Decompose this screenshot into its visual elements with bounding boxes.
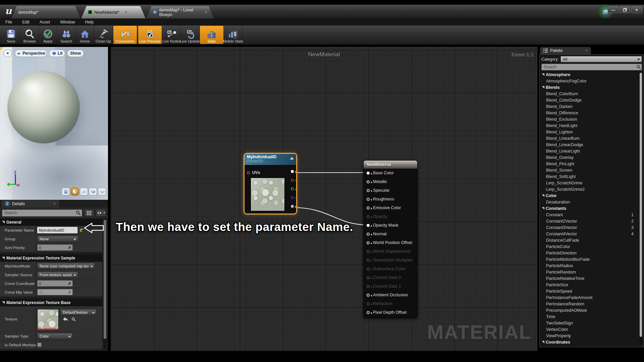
collapse-node-icon[interactable] [290,157,294,160]
pin-circle[interactable] [367,311,370,314]
pin-circle[interactable] [367,267,370,270]
palette-item[interactable]: DistanceCullFade [540,237,637,243]
material-input-pin[interactable]: Subsurface Color [364,264,417,273]
display-filter-button[interactable] [96,209,106,217]
stats-button[interactable]: Stats [200,26,223,44]
palette-item[interactable]: 1Dto2DIndex [540,345,637,347]
palette-item[interactable]: PrecomputedAOMask [540,307,637,313]
tab-level-blueprint[interactable]: demoMap* - Level Bluepri × [146,6,214,18]
material-input-pin[interactable]: Opacity Mask [364,221,417,230]
palette-item[interactable]: Constant 1 [540,212,637,218]
palette-item[interactable]: Blend_HardLight [540,122,637,129]
material-input-pin[interactable]: Emissive Color [364,203,417,212]
material-input-pin[interactable]: Normal [364,230,417,238]
home-button[interactable]: Home [76,26,94,44]
save-button[interactable]: Save [2,26,20,44]
output-pin-rgb[interactable] [291,170,294,173]
palette-item[interactable]: VertexColor [540,326,637,333]
sampler-source-dropdown[interactable]: From texture asset [37,272,78,278]
material-input-pin[interactable]: Pixel Depth Offset [364,308,417,317]
pin-circle[interactable] [367,215,370,218]
details-search-input[interactable] [2,209,82,217]
palette-item[interactable]: Blend_Exclusion [540,116,637,122]
search-button[interactable]: Search [57,26,76,44]
palette-item[interactable]: Blend_LinearDodge [540,141,637,148]
material-input-pin[interactable]: World Position Offset [364,238,417,247]
pin-circle[interactable] [367,285,370,288]
palette-item[interactable]: ParticleRadius [540,262,637,269]
mobile-stats-button[interactable]: Mobile Stats [224,26,243,44]
section-texture-sample[interactable]: Material Expression Texture Sample [0,254,102,262]
pin-circle[interactable] [367,180,370,183]
details-scrollbar[interactable] [103,219,107,349]
const-coordinate-spinner[interactable]: 0 [37,280,73,287]
apply-button[interactable]: Apply [39,26,57,44]
pin-circle[interactable] [367,241,370,244]
palette-item[interactable]: Atmosphere [540,71,637,78]
palette-item[interactable]: Blend_ColorBurn [540,90,637,97]
palette-item[interactable]: Blend_Overlay [540,154,637,161]
palette-item[interactable]: Blend_Screen [540,167,637,173]
browse-button[interactable]: Browse [20,26,39,44]
preview-shape-mesh-button[interactable] [98,188,106,195]
is-default-checkbox[interactable] [37,343,42,347]
details-tab[interactable]: Details × [1,200,59,207]
palette-item[interactable]: Constant3Vector 3 [540,224,637,231]
menu-item[interactable]: Edit [22,20,30,24]
property-matrix-button[interactable] [84,209,94,217]
reset-to-default-icon[interactable] [79,228,84,233]
category-dropdown[interactable]: All [560,56,642,62]
palette-item[interactable]: Blend_LinearBurn [540,135,637,141]
restore-button[interactable] [620,6,630,13]
pin-circle[interactable] [367,276,370,279]
preview-viewport[interactable]: Perspective Lit Show [0,47,108,200]
tab-newmaterial[interactable]: NewMaterial* × [81,6,146,18]
pin-circle[interactable] [367,259,370,262]
output-pin-g[interactable] [291,187,294,190]
palette-item[interactable]: AtmosphericFogColor [540,78,637,84]
material-input-pin[interactable]: Custom Data 1 [364,282,417,291]
lit-mode-button[interactable]: Lit [49,50,65,57]
palette-item[interactable]: ParticleSpeed [540,288,637,294]
scrollbar-thumb[interactable] [640,73,642,337]
close-icon[interactable]: × [53,201,56,206]
palette-item[interactable]: Constant2Vector 2 [540,218,637,224]
preview-shape-sphere-button[interactable] [71,188,79,195]
palette-item[interactable]: Blend_ColorDodge [540,97,637,103]
material-input-pin[interactable]: Ambient Occlusion [364,291,417,299]
palette-item[interactable]: ParticleDirection [540,250,637,256]
pin-circle[interactable] [247,171,250,174]
close-tab-icon[interactable]: × [205,10,207,15]
palette-item[interactable]: Lerp_ScratchGrime [540,180,637,186]
pin-circle[interactable] [367,206,370,209]
material-graph-canvas[interactable]: NewMaterial Zoom 1:1 MATERIAL Then we ha… [111,47,537,351]
output-pin-a[interactable] [291,205,294,208]
pin-circle[interactable] [367,172,370,175]
palette-item[interactable]: Coordinates [540,339,637,345]
palette-item[interactable]: Desaturation [540,199,637,205]
palette-item[interactable]: Blend_SoftLight [540,173,637,180]
pin-circle[interactable] [367,250,370,253]
material-input-pin[interactable]: Specular [364,186,417,195]
live-nodes-button[interactable]: Live Nodes [162,26,181,44]
palette-item[interactable]: Constant4Vector 4 [540,231,637,237]
material-input-pin[interactable]: Opacity [364,212,417,221]
minimize-button[interactable]: — [608,6,619,13]
menu-item[interactable]: File [5,20,12,24]
node-newmaterial[interactable]: NewMaterial Base Color Metallic [363,160,418,318]
sort-priority-spinner[interactable]: 0 [37,244,73,251]
menu-item[interactable]: Window [60,20,75,24]
viewport-options-button[interactable] [3,50,12,57]
palette-item[interactable]: TwoSidedSign [540,320,637,326]
menu-item[interactable]: Help [85,20,94,24]
palette-item[interactable]: PerInstanceFadeAmount [540,294,637,301]
close-icon[interactable]: × [586,48,588,53]
palette-item[interactable]: Blend_PinLight [540,161,637,167]
output-pin-b[interactable] [291,196,294,199]
pin-circle[interactable] [367,198,370,201]
browse-to-asset-icon[interactable] [71,317,76,321]
palette-item[interactable]: PerInstanceRandom [540,301,637,307]
live-update-button[interactable]: Live Update [181,26,199,44]
group-dropdown[interactable]: None [37,236,78,242]
palette-item[interactable]: ParticleRelativeTime [540,275,637,282]
